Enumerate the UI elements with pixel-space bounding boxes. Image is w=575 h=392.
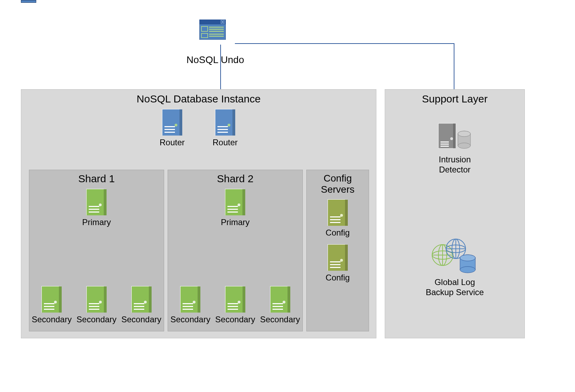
server-icon — [328, 199, 348, 226]
svg-point-20 — [458, 143, 470, 148]
connector-client-to-db — [220, 45, 221, 89]
server-icon — [328, 244, 348, 271]
secondaries-row: Secondary Secondary Secondary — [29, 286, 164, 325]
intrusion-label: Intrusion Detector — [411, 155, 498, 175]
secondary-node: Secondary — [170, 286, 210, 325]
secondary-node: Secondary — [32, 286, 72, 325]
nosql-undo-label: NoSQL Undo — [186, 54, 244, 66]
secondaries-row: Secondary Secondary Secondary — [168, 286, 302, 325]
server-icon — [225, 189, 245, 215]
server-icon — [215, 109, 235, 136]
secondary-label: Secondary — [32, 315, 72, 325]
config-stack: Config Config — [307, 199, 369, 283]
server-icon — [270, 286, 290, 313]
client-browser-icon — [199, 20, 226, 40]
intrusion-detector-icon — [411, 122, 498, 152]
router-label: Router — [213, 138, 238, 148]
routers-row: Router Router — [21, 109, 376, 148]
primary-node: Primary — [82, 189, 111, 228]
connector-client-to-support-v — [454, 43, 454, 89]
panel-nosql-db-instance: NoSQL Database Instance Router Router Sh… — [21, 89, 376, 338]
panel-shard-1: Shard 1 Primary Secondary Secondary Seco… — [29, 170, 164, 331]
secondary-label: Secondary — [260, 315, 300, 325]
svg-rect-15 — [440, 144, 449, 145]
secondary-node: Secondary — [77, 286, 117, 325]
server-icon — [131, 286, 152, 313]
secondary-label: Secondary — [121, 315, 161, 325]
config-label: Config — [325, 273, 350, 283]
svg-rect-13 — [453, 123, 456, 148]
secondary-label: Secondary — [77, 315, 117, 325]
config-title-line2: Servers — [321, 184, 354, 195]
secondary-node: Secondary — [121, 286, 161, 325]
primary-node: Primary — [221, 189, 250, 228]
svg-point-17 — [450, 137, 453, 140]
global-log-icon — [401, 236, 509, 275]
secondary-label: Secondary — [215, 315, 255, 325]
config-title-line1: Config — [324, 173, 352, 184]
primary-label: Primary — [221, 217, 250, 228]
server-icon — [86, 286, 107, 313]
secondary-node: Secondary — [260, 286, 300, 325]
panel-shard-2: Shard 2 Primary Secondary Secondary Seco… — [168, 170, 303, 331]
connector-client-to-support-h — [235, 43, 454, 44]
panel-config-servers: Config Servers Config Config — [306, 170, 369, 331]
router-label: Router — [160, 138, 185, 148]
panel-title: NoSQL Database Instance — [21, 93, 376, 105]
server-icon — [180, 286, 200, 313]
primary-label: Primary — [82, 217, 111, 228]
global-log-backup: Global Log Backup Service — [401, 236, 509, 298]
svg-rect-14 — [440, 141, 449, 143]
globallog-label: Global Log Backup Service — [401, 277, 509, 298]
svg-point-34 — [460, 267, 475, 273]
server-icon — [162, 109, 182, 136]
secondary-node: Secondary — [215, 286, 255, 325]
intrusion-detector: Intrusion Detector — [411, 122, 498, 175]
shard-title: Shard 2 — [168, 170, 302, 185]
switch-icon — [21, 0, 36, 3]
secondary-label: Secondary — [170, 315, 210, 325]
svg-point-35 — [460, 255, 475, 261]
config-servers-title: Config Servers — [307, 170, 369, 195]
router-node: Router — [160, 109, 185, 148]
server-icon — [41, 286, 62, 313]
panel-title: Support Layer — [385, 93, 524, 105]
svg-point-21 — [458, 131, 470, 137]
router-node: Router — [213, 109, 238, 148]
server-icon — [225, 286, 245, 313]
shard-title: Shard 1 — [29, 170, 164, 185]
config-node: Config — [325, 244, 350, 283]
config-label: Config — [325, 228, 350, 238]
svg-rect-16 — [440, 146, 449, 147]
server-icon — [86, 189, 107, 215]
config-node: Config — [325, 199, 350, 238]
